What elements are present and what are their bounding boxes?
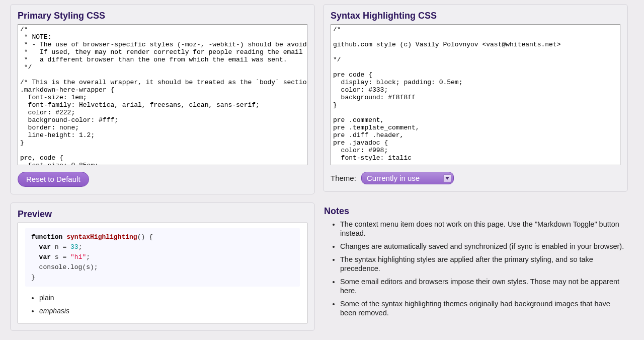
code-fn-title: syntaxHighlighting [66,233,137,241]
syntax-css-textarea[interactable] [331,24,620,165]
code-number: 33 [70,243,78,251]
code-keyword: function [31,233,62,241]
notes-list: The context menu item does not work on t… [324,220,627,317]
list-item: The context menu item does not work on t… [340,220,627,238]
list-item: emphasis [39,307,300,315]
theme-select[interactable]: Currently in use [361,172,454,184]
preview-title: Preview [18,209,307,220]
list-item: Some of the syntax highlighting themes o… [340,299,627,317]
code-text: console.log(s); [31,263,98,271]
reset-to-default-button[interactable]: Reset to Default [18,172,89,187]
chevron-down-icon [443,174,451,182]
preview-panel: Preview function syntaxHighlighting() { … [10,202,315,331]
code-text: () { [137,233,153,241]
right-column: Syntax Highlighting CSS Theme: Currently… [323,4,628,339]
main-container: Primary Styling CSS Reset to Default Pre… [0,0,636,340]
page-viewport: Primary Styling CSS Reset to Default Pre… [0,0,636,340]
code-text: n = [51,243,70,251]
code-text: ; [78,243,83,251]
preview-code-block: function syntaxHighlighting() { var n = … [25,228,300,287]
code-text: } [31,274,35,281]
syntax-highlighting-title: Syntax Highlighting CSS [331,11,620,21]
preview-list: plain emphasis [25,294,300,315]
theme-select-value: Currently in use [367,174,420,182]
theme-row: Theme: Currently in use [331,172,620,184]
list-item: plain [39,294,300,302]
syntax-highlighting-panel: Syntax Highlighting CSS Theme: Currently… [323,4,628,192]
primary-styling-panel: Primary Styling CSS Reset to Default [10,4,315,194]
code-keyword: var [39,243,51,251]
list-item: Changes are automatically saved and sync… [340,242,627,251]
theme-label: Theme: [331,174,356,182]
left-column: Primary Styling CSS Reset to Default Pre… [10,4,315,339]
notes-panel: Notes The context menu item does not wor… [323,200,628,327]
code-keyword: var [39,253,51,261]
code-string: "hi" [70,253,86,261]
code-text: ; [86,253,90,261]
notes-title: Notes [324,206,627,217]
list-item: Some email editors and browsers impose t… [340,277,627,295]
code-text: s = [51,253,70,261]
primary-styling-title: Primary Styling CSS [18,11,307,21]
preview-content[interactable]: function syntaxHighlighting() { var n = … [18,223,307,323]
list-item: The syntax highlighting styles are appli… [340,255,627,273]
primary-css-textarea[interactable] [18,24,307,165]
